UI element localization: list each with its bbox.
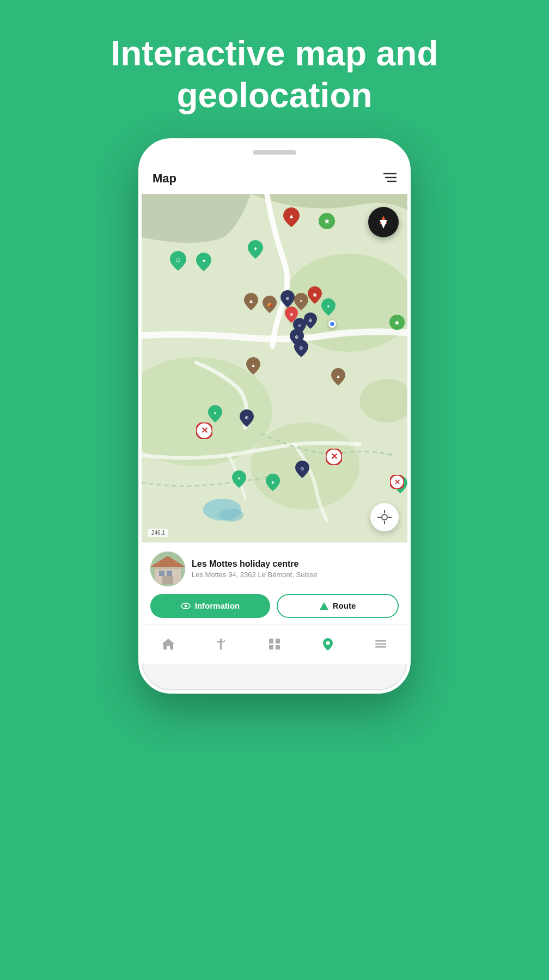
map-pin-camp1[interactable]: ▲ [246, 357, 260, 377]
svg-text:⊕: ⊕ [285, 296, 290, 301]
action-buttons: Information Route [150, 594, 399, 618]
svg-text:★: ★ [394, 318, 400, 327]
explore-icon [267, 636, 282, 652]
nav-item-location[interactable] [301, 625, 355, 664]
map-scale: 246.1 [148, 529, 168, 537]
place-details: Les Mottes holiday centre Les Mottes 94,… [192, 559, 399, 579]
svg-text:⊕: ⊕ [300, 466, 304, 471]
svg-text:⊕: ⊕ [295, 334, 299, 340]
menu-icon [373, 636, 388, 652]
map-area[interactable]: ⌂ ✦ ♦ ▲ ★ [142, 194, 407, 542]
map-pin-star1[interactable]: ★ [319, 213, 335, 231]
map-pin-red1[interactable]: ◉ [308, 286, 322, 306]
svg-text:✦: ✦ [326, 304, 331, 309]
map-pin-arrow2[interactable]: ▲ [266, 474, 280, 493]
svg-rect-58 [220, 639, 222, 650]
map-pin-brown2[interactable]: ⛺ [263, 296, 277, 315]
directions-icon [213, 636, 229, 652]
app-header: Map [142, 163, 407, 194]
map-pin-redx2[interactable]: ✕ [326, 449, 342, 467]
svg-text:✕: ✕ [201, 426, 208, 435]
map-pin-home[interactable]: ⌂ [170, 251, 186, 273]
phone-mockup: Map [138, 138, 411, 694]
map-pin-brown1[interactable]: ▲ [244, 293, 258, 313]
svg-text:⊕: ⊕ [245, 415, 249, 420]
svg-text:⊕: ⊕ [308, 317, 313, 323]
eye-icon [181, 601, 191, 611]
map-pin-navy4[interactable]: ⊕ [240, 409, 254, 429]
svg-rect-63 [269, 645, 273, 650]
svg-rect-62 [276, 639, 280, 644]
place-info: Les Mottes holiday centre Les Mottes 94,… [150, 552, 399, 586]
map-pin-redx3[interactable]: ✕ [390, 475, 404, 491]
map-pin-bed2[interactable]: ⊕ [294, 340, 308, 359]
map-pin-redx1[interactable]: ✕ [196, 422, 212, 441]
svg-text:⊕: ⊕ [298, 323, 302, 328]
svg-text:◉: ◉ [313, 292, 317, 297]
svg-rect-67 [375, 644, 386, 645]
nav-item-explore[interactable] [248, 625, 301, 664]
svg-rect-61 [269, 639, 273, 644]
svg-text:✕: ✕ [394, 478, 400, 486]
home-icon [161, 636, 176, 652]
place-name: Les Mottes holiday centre [192, 559, 399, 570]
svg-text:▲: ▲ [248, 298, 254, 304]
route-icon [320, 601, 328, 611]
place-address: Les Mottes 94, 2362 Le Bémont, Suisse [192, 571, 399, 579]
nav-item-directions[interactable] [195, 625, 248, 664]
svg-text:✦: ✦ [213, 411, 217, 416]
svg-rect-64 [276, 645, 280, 650]
svg-point-65 [326, 641, 330, 645]
svg-text:⛺: ⛺ [267, 301, 273, 307]
app-header-title: Map [152, 171, 176, 186]
svg-text:⌂: ⌂ [176, 255, 180, 264]
svg-rect-68 [375, 646, 386, 648]
place-thumbnail [150, 552, 185, 586]
map-pin-teal3[interactable]: ✦ [208, 405, 222, 425]
svg-text:▲: ▲ [271, 479, 276, 485]
map-pin-hiking1[interactable]: ✦ [196, 253, 211, 273]
map-pin-pink1[interactable]: ⊕ [285, 307, 298, 325]
svg-marker-57 [320, 602, 328, 610]
nav-item-menu[interactable] [354, 625, 407, 664]
map-pin-teal1[interactable]: ♦ [248, 240, 263, 261]
hero-title: Interactive map and geolocation [0, 0, 549, 138]
map-pin-bed3[interactable]: ⊕ [295, 461, 309, 480]
compass-icon [377, 216, 390, 229]
user-location-dot [328, 320, 336, 328]
svg-point-56 [184, 604, 187, 607]
phone-speaker-bar [142, 142, 407, 163]
svg-rect-51 [159, 571, 164, 576]
svg-rect-59 [217, 641, 223, 642]
phone-speaker [253, 150, 296, 155]
map-pin-arrow[interactable]: ✦ [232, 470, 246, 490]
route-label: Route [333, 601, 356, 610]
information-button[interactable]: Information [150, 594, 270, 618]
place-card: Les Mottes holiday centre Les Mottes 94,… [142, 542, 407, 624]
svg-text:✦: ✦ [299, 298, 303, 304]
svg-text:⊕: ⊕ [299, 345, 303, 351]
compass-button[interactable] [368, 207, 399, 237]
information-label: Information [195, 601, 240, 610]
svg-point-43 [382, 514, 387, 520]
bottom-nav [142, 624, 407, 664]
map-pin-flag[interactable]: ▲ [283, 207, 300, 229]
svg-text:✕: ✕ [331, 452, 338, 461]
my-location-button[interactable] [370, 503, 399, 531]
location-icon [320, 636, 335, 652]
svg-text:★: ★ [324, 217, 331, 225]
svg-rect-52 [167, 571, 172, 576]
svg-text:▲: ▲ [336, 373, 341, 379]
svg-text:♦: ♦ [254, 245, 257, 252]
nav-item-home[interactable] [142, 625, 195, 664]
map-pin-star2[interactable]: ★ [389, 315, 405, 332]
svg-text:▲: ▲ [251, 363, 256, 368]
svg-text:✦: ✦ [202, 258, 206, 264]
map-pin-teal2[interactable]: ✦ [321, 298, 335, 318]
svg-rect-53 [162, 576, 173, 584]
svg-point-8 [219, 509, 243, 522]
filter-icon[interactable] [383, 171, 396, 186]
svg-text:⊕: ⊕ [290, 312, 294, 317]
route-button[interactable]: Route [277, 594, 399, 618]
map-pin-camp2[interactable]: ▲ [331, 368, 345, 388]
